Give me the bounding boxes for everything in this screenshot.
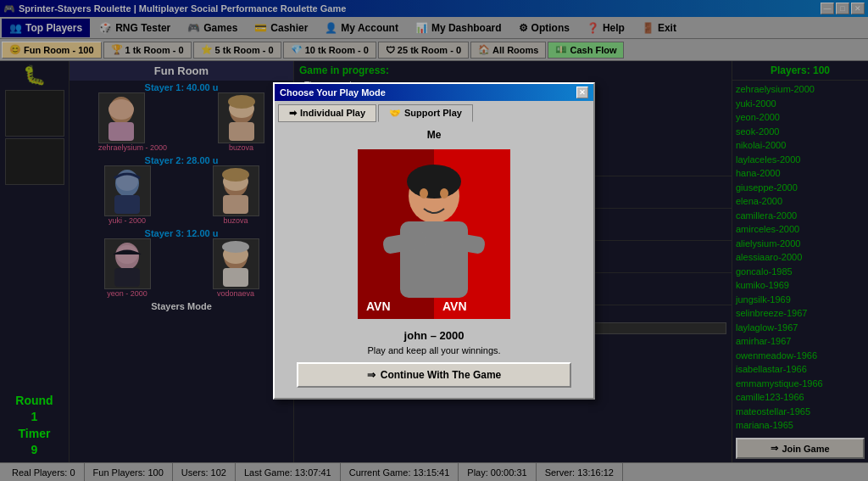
- modal-title: Choose Your Play Mode: [280, 87, 386, 98]
- modal-player-photo: AVN AVN: [358, 149, 510, 319]
- individual-play-icon: ➡: [289, 108, 297, 119]
- svg-point-29: [420, 188, 428, 199]
- modal-titlebar: Choose Your Play Mode ✕: [275, 84, 593, 101]
- svg-text:AVN: AVN: [366, 299, 391, 313]
- continue-game-button[interactable]: ⇒ Continue With The Game: [297, 362, 571, 388]
- support-play-icon: 🤝: [389, 108, 401, 119]
- modal-player-tagline: Play and keep all your winnings.: [367, 345, 500, 355]
- modal-player-name: john – 2000: [404, 329, 465, 342]
- svg-point-30: [440, 188, 448, 199]
- svg-text:AVN: AVN: [442, 299, 467, 313]
- svg-point-28: [407, 165, 461, 199]
- modal-content: Me: [275, 122, 593, 398]
- continue-arrow-icon: ⇒: [367, 369, 376, 381]
- tab-support-play[interactable]: 🤝 Support Play: [378, 104, 473, 122]
- svg-rect-25: [400, 221, 468, 298]
- modal-overlay: Choose Your Play Mode ✕ ➡ Individual Pla…: [0, 0, 868, 481]
- modal-me-label: Me: [427, 129, 442, 141]
- modal-dialog: Choose Your Play Mode ✕ ➡ Individual Pla…: [273, 82, 595, 400]
- modal-tabs: ➡ Individual Play 🤝 Support Play: [275, 101, 593, 122]
- modal-close-button[interactable]: ✕: [576, 87, 588, 98]
- tab-individual-play[interactable]: ➡ Individual Play: [278, 104, 376, 122]
